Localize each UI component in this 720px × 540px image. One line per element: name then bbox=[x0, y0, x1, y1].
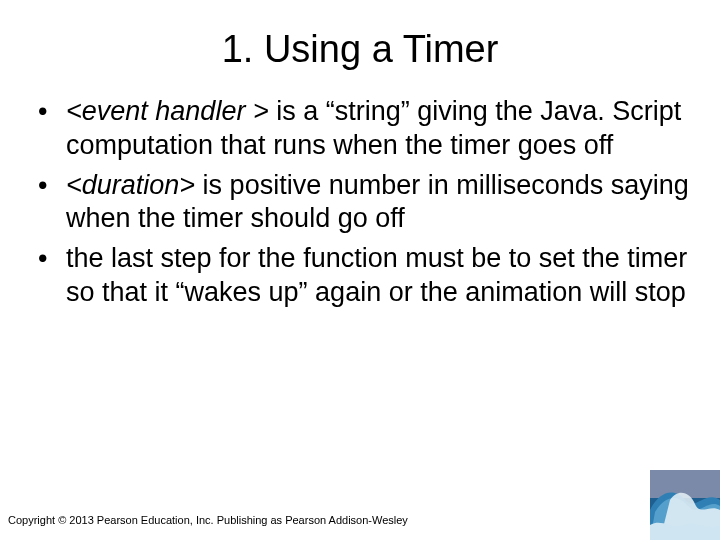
bullet-list: <event handler > is a “string” giving th… bbox=[38, 95, 700, 310]
bullet-lead-italic: <event handler > bbox=[66, 96, 269, 126]
copyright-footer: Copyright © 2013 Pearson Education, Inc.… bbox=[8, 514, 408, 526]
slide-body: <event handler > is a “string” giving th… bbox=[0, 95, 720, 310]
list-item: the last step for the function must be t… bbox=[38, 242, 700, 310]
wave-image-icon bbox=[650, 470, 720, 540]
bullet-text: the last step for the function must be t… bbox=[66, 243, 687, 307]
list-item: <event handler > is a “string” giving th… bbox=[38, 95, 700, 163]
slide-title: 1. Using a Timer bbox=[0, 0, 720, 95]
slide: 1. Using a Timer <event handler > is a “… bbox=[0, 0, 720, 540]
bullet-lead-italic: <duration> bbox=[66, 170, 195, 200]
list-item: <duration> is positive number in millise… bbox=[38, 169, 700, 237]
